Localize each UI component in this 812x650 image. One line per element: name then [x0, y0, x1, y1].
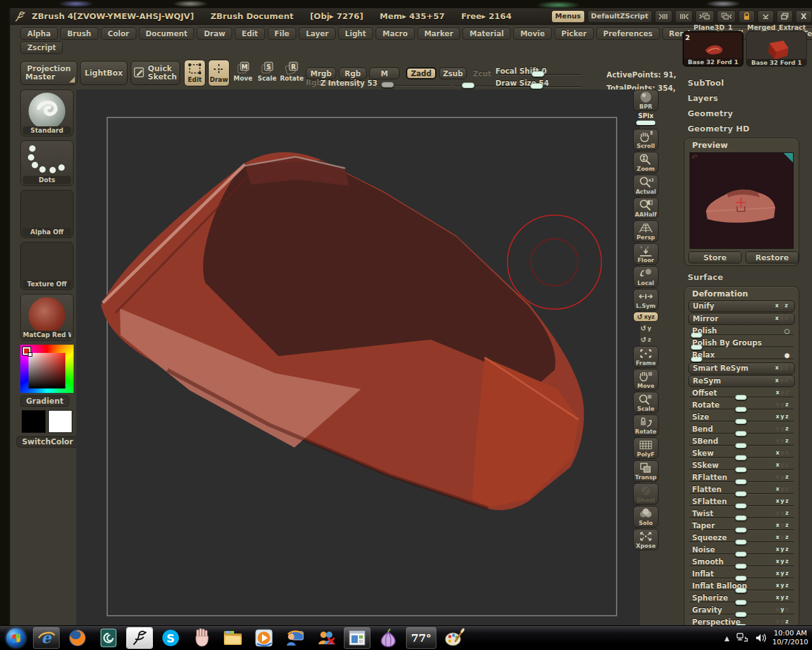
axis-y-toggle[interactable]: y	[781, 413, 786, 420]
deform-handle[interactable]	[735, 395, 747, 400]
shelf-solo-button[interactable]: Solo	[633, 506, 658, 527]
color-picker-field[interactable]	[29, 353, 65, 388]
deform-handle[interactable]	[735, 491, 747, 496]
deform-polish-by-groups[interactable]: Polish By Groups	[688, 338, 795, 350]
axis-toggles[interactable]: xyz	[775, 377, 789, 383]
color-picker-cursor[interactable]	[28, 352, 32, 357]
show-hidden-icons-button[interactable]: ▲	[724, 635, 730, 642]
deform-handle[interactable]	[735, 564, 747, 569]
axis-z-toggle[interactable]: z	[785, 302, 789, 308]
skype-button[interactable]: S	[158, 628, 183, 648]
axis-x-toggle[interactable]: x	[776, 534, 780, 540]
axis-x-toggle[interactable]: x	[776, 582, 780, 588]
axis-x-toggle[interactable]: x	[775, 377, 780, 383]
axis-x-toggle[interactable]: x	[776, 449, 780, 456]
zsub-button[interactable]: Zsub	[439, 67, 467, 79]
main-color-swatch[interactable]	[22, 410, 46, 433]
move-button[interactable]: M Move	[232, 61, 254, 86]
canvas-viewport[interactable]	[76, 90, 640, 633]
axis-z-toggle[interactable]: z	[785, 315, 789, 321]
axis-x-toggle[interactable]: x	[775, 315, 780, 321]
section-surface[interactable]: Surface	[688, 272, 723, 282]
axis-z-toggle[interactable]: z	[785, 546, 790, 552]
lightbox-button[interactable]: LightBox	[80, 61, 128, 85]
axis-z-toggle[interactable]: z	[785, 364, 789, 371]
axis-x-toggle[interactable]: x	[776, 425, 780, 432]
projection-master-button[interactable]: Projection Master	[20, 61, 77, 85]
deform-taper[interactable]: Taperxyz	[688, 521, 795, 533]
menu-document[interactable]: Document	[139, 27, 195, 40]
hand-app-button[interactable]	[189, 628, 214, 648]
menu-zscript[interactable]: Zscript	[20, 41, 63, 54]
axis-z-toggle[interactable]: z	[785, 437, 790, 444]
axis-y-toggle[interactable]: y	[781, 618, 786, 625]
deform-squeeze[interactable]: Squeezexyz	[688, 533, 795, 545]
axis-y-toggle[interactable]: y	[781, 486, 786, 492]
axis-y-toggle[interactable]: y	[781, 449, 786, 456]
axis-y-toggle[interactable]: y	[780, 377, 785, 383]
section-subtool[interactable]: SubTool	[688, 78, 724, 88]
deform-handle[interactable]	[735, 576, 747, 581]
media-player-button[interactable]	[251, 628, 277, 648]
weather-gadget[interactable]: 77°	[407, 628, 436, 648]
axis-toggles[interactable]: xyz	[775, 315, 789, 321]
axis-z-toggle[interactable]: z	[785, 425, 790, 432]
axis-x-toggle[interactable]: x	[776, 594, 780, 600]
axis-toggles[interactable]: xyz	[776, 510, 790, 516]
color-picker[interactable]	[20, 345, 74, 393]
alpha-selector[interactable]: Alpha Off	[20, 190, 74, 238]
firefox-button[interactable]	[65, 628, 90, 648]
axis-y-toggle[interactable]: y	[780, 315, 785, 321]
shelf-scroll-button[interactable]: Scroll	[633, 129, 658, 150]
axis-z-toggle[interactable]: z	[785, 558, 790, 564]
deform-inflat-balloon[interactable]: Inflat Balloonxyz	[688, 581, 795, 593]
deform-mirror[interactable]: Mirrorxyz	[688, 313, 795, 325]
axis-z-toggle[interactable]: z	[785, 582, 790, 588]
section-geometry[interactable]: Geometry	[688, 109, 733, 118]
axis-z-toggle[interactable]: z	[785, 498, 790, 504]
axis-x-toggle[interactable]: x	[776, 413, 780, 420]
texture-selector[interactable]: Texture Off	[20, 242, 74, 290]
rotate-button[interactable]: R Rotate	[280, 61, 303, 86]
axis-toggles[interactable]: xyz	[776, 522, 790, 528]
zbrush-button[interactable]	[127, 628, 152, 648]
axis-toggles[interactable]: xyz	[776, 546, 790, 552]
axis-x-toggle[interactable]: x	[776, 474, 780, 480]
axis-x-toggle[interactable]: x	[776, 498, 780, 504]
preview-expand-icon[interactable]	[783, 153, 793, 162]
deform-handle[interactable]	[735, 515, 747, 521]
paint-gadget-button[interactable]	[442, 628, 467, 648]
deform-offset[interactable]: Offsetxyz	[688, 388, 795, 400]
spix-handle[interactable]	[636, 121, 655, 125]
axis-toggles[interactable]: xyz	[776, 558, 790, 564]
deform-rotate[interactable]: Rotatexyz	[688, 400, 795, 412]
shelf-actual-button[interactable]: x1Actual	[633, 175, 658, 196]
axis-toggles[interactable]: xyz	[776, 401, 790, 408]
axis-y-toggle[interactable]: y	[780, 364, 785, 371]
axis-z-toggle[interactable]: z	[785, 486, 790, 492]
shelf-rotate-button[interactable]: Rotate	[633, 415, 658, 436]
menu-picker[interactable]: Picker	[554, 27, 594, 40]
axis-toggles[interactable]: xyz	[775, 364, 789, 371]
shelf-xpose-button[interactable]: Xpose	[633, 529, 658, 550]
axis-x-toggle[interactable]: x	[776, 401, 780, 408]
deform-inflat[interactable]: Inflatxyz	[688, 569, 795, 581]
axis-toggles[interactable]: xyz	[776, 389, 790, 395]
axis-x-toggle[interactable]: x	[776, 389, 780, 395]
deform-handle[interactable]	[735, 455, 747, 460]
shelf-move-button[interactable]: Move	[633, 369, 658, 390]
deform-spherize[interactable]: Spherizexyz	[688, 593, 795, 605]
menu-light[interactable]: Light	[338, 27, 373, 40]
menu-color[interactable]: Color	[101, 27, 136, 40]
axis-y-toggle[interactable]: y	[780, 302, 785, 308]
menu-marker[interactable]: Marker	[417, 27, 461, 40]
axis-y-toggle[interactable]: y	[781, 389, 786, 395]
shelf-zoom-button[interactable]: Zoom	[633, 152, 658, 173]
section-geometry-hd[interactable]: Geometry HD	[688, 124, 750, 133]
axis-z-toggle[interactable]: z	[785, 401, 790, 408]
material-selector[interactable]: MatCap Red Wa	[20, 294, 74, 341]
axis-toggles[interactable]: xyz	[776, 437, 790, 444]
axis-toggles[interactable]: xyz	[776, 618, 790, 625]
menus-button[interactable]: Menus	[551, 10, 585, 23]
axis-y-toggle[interactable]: y	[781, 582, 786, 588]
